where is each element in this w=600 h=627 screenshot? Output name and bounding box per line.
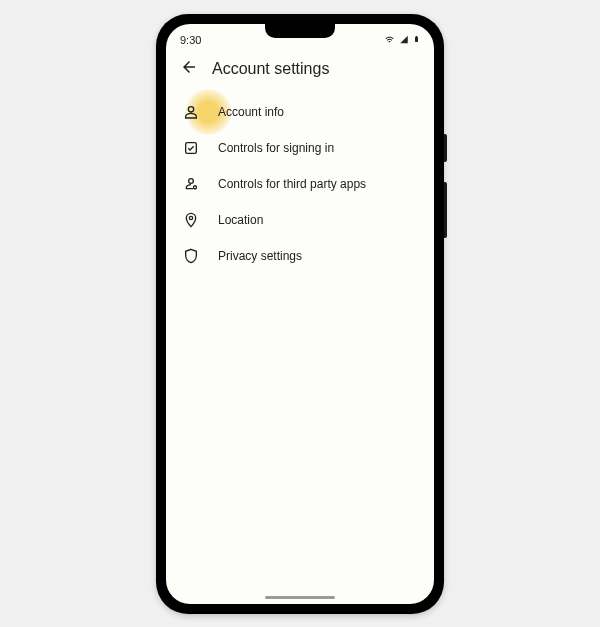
location-icon xyxy=(180,212,202,228)
privacy-icon xyxy=(180,248,202,264)
svg-point-2 xyxy=(189,216,192,219)
person-icon xyxy=(180,104,202,120)
settings-item-label: Controls for signing in xyxy=(218,141,334,155)
signal-icon xyxy=(399,34,409,46)
svg-rect-0 xyxy=(186,143,197,154)
screen: 9:30 Account settings xyxy=(166,24,434,604)
settings-item-label: Account info xyxy=(218,105,284,119)
status-time: 9:30 xyxy=(180,34,201,46)
settings-item-privacy[interactable]: Privacy settings xyxy=(176,238,424,274)
home-indicator[interactable] xyxy=(265,596,335,599)
page-title: Account settings xyxy=(212,60,329,78)
settings-item-signing-in[interactable]: Controls for signing in xyxy=(176,130,424,166)
power-button xyxy=(444,134,447,162)
signin-icon xyxy=(180,140,202,156)
status-icons xyxy=(384,34,420,46)
settings-item-third-party[interactable]: Controls for third party apps xyxy=(176,166,424,202)
volume-button xyxy=(444,182,447,238)
battery-icon xyxy=(413,34,420,46)
settings-item-label: Location xyxy=(218,213,263,227)
settings-list: Account info Controls for signing in Con… xyxy=(166,90,434,278)
notch xyxy=(265,24,335,38)
settings-item-label: Privacy settings xyxy=(218,249,302,263)
phone-mockup: 9:30 Account settings xyxy=(156,14,444,614)
settings-item-location[interactable]: Location xyxy=(176,202,424,238)
app-header: Account settings xyxy=(166,50,434,90)
wifi-icon xyxy=(384,34,395,46)
settings-item-label: Controls for third party apps xyxy=(218,177,366,191)
back-arrow-icon[interactable] xyxy=(180,58,198,80)
thirdparty-icon xyxy=(180,176,202,192)
settings-item-account-info[interactable]: Account info xyxy=(176,94,424,130)
